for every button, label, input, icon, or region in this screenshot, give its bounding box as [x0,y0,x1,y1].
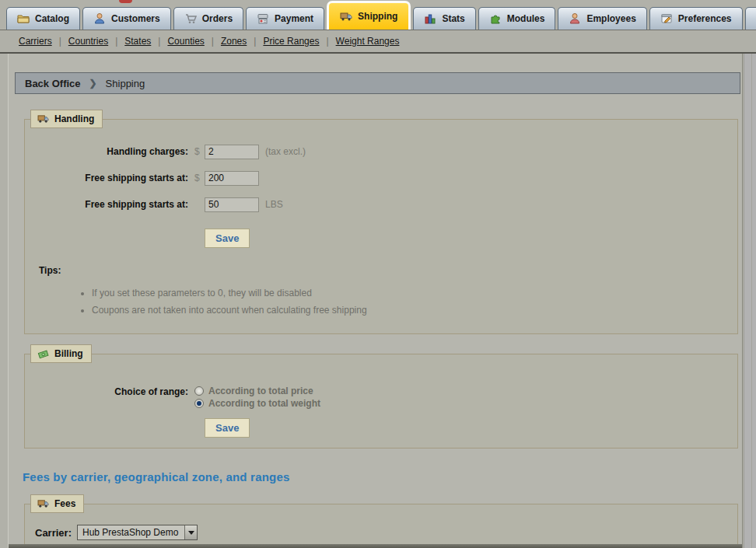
orders-icon [184,12,197,25]
submenu-item-zones[interactable]: Zones [214,36,254,47]
tab-label: Employees [586,13,635,24]
billing-fieldset: Billing Choice of range: According to to… [24,354,738,449]
employees-icon [569,12,581,25]
submenu-item-counties[interactable]: Counties [160,36,211,47]
tab-catalog[interactable]: Catalog [6,7,80,30]
radio-total-weight[interactable] [194,399,204,408]
fees-legend: Fees [30,494,84,513]
tab-employees[interactable]: Employees [558,7,646,30]
tax-excl-note: (tax excl.) [265,146,306,157]
preferences-icon [660,12,673,25]
fees-section-heading: Fees by carrier, geographical zone, and … [23,470,290,483]
tab-payment[interactable]: Payment [246,7,324,30]
option-total-weight[interactable]: According to total weight [194,398,320,409]
tip-item: If you set these parameters to 0, they w… [92,288,737,298]
breadcrumb-chevron-icon: ❯ [89,78,97,89]
tab-modules[interactable]: Modules [478,7,556,30]
submenu-item-states[interactable]: States [117,36,158,47]
choice-of-range-label: Choice of range: [25,386,188,397]
tab-label: Modules [507,13,545,24]
tab-stats[interactable]: Stats [413,7,475,30]
modules-icon [489,12,502,25]
tips-title: Tips: [39,265,737,276]
currency-prefix: $ [194,173,202,183]
clipped-bottom-edge [9,544,742,548]
money-icon [37,349,49,359]
tab-label: Customers [111,13,160,24]
truck-icon [37,499,49,509]
billing-legend: Billing [30,344,92,363]
carrier-selected-value: Hub PrestaShop Demo [82,527,184,538]
tab-orders[interactable]: Orders [173,7,243,30]
fees-fieldset: Fees Carrier: Hub PrestaShop Demo [24,504,738,548]
dropdown-arrow-icon[interactable] [184,525,197,539]
tab-tools[interactable]: Tools [745,7,756,30]
fees-legend-label: Fees [54,498,75,509]
tab-shipping[interactable]: Shipping [327,1,411,30]
option-total-price[interactable]: According to total price [194,386,320,396]
handling-charges-label: Handling charges: [25,146,188,157]
billing-save-button[interactable]: Save [205,418,250,438]
tab-label: Catalog [35,13,69,24]
content-area: Back Office ❯ Shipping Handling Handling… [8,54,743,548]
option-total-weight-label: According to total weight [208,398,320,409]
shipping-icon [340,10,352,23]
carrier-label: Carrier: [35,527,72,539]
tab-customers[interactable]: Customers [82,7,171,30]
truck-icon [37,114,49,124]
tab-label: Stats [442,13,464,24]
handling-charges-input[interactable] [205,145,259,159]
choice-of-range-row: Choice of range: According to total pric… [25,386,737,409]
submenu-item-price-ranges[interactable]: Price Ranges [256,36,326,47]
handling-legend-label: Handling [54,113,94,124]
right-edge-strip [744,54,756,548]
free-shipping-weight-row: Free shipping starts at: LBS [25,194,737,215]
submenu-item-carriers[interactable]: Carriers [12,36,59,47]
tab-preferences[interactable]: Preferences [649,7,743,30]
tip-item: Coupons are not taken into account when … [92,305,737,316]
submenu-item-weight-ranges[interactable]: Weight Ranges [329,36,407,47]
catalog-icon [17,12,30,25]
range-options: According to total price According to to… [194,386,320,409]
shipping-submenu: Carriers | Countries | States | Counties… [0,30,756,54]
tab-label: Orders [202,13,233,24]
handling-legend: Handling [30,110,103,128]
tab-label: Shipping [358,11,397,22]
customers-icon [93,12,106,25]
free-shipping-weight-label: Free shipping starts at: [25,199,188,210]
payment-icon [257,12,269,25]
free-shipping-price-input[interactable] [205,171,259,186]
tips-list: If you set these parameters to 0, they w… [92,288,737,316]
tab-label: Preferences [678,13,732,24]
free-shipping-price-row: Free shipping starts at: $ [25,168,737,188]
breadcrumb-root-link[interactable]: Back Office [25,78,81,89]
billing-legend-label: Billing [54,348,83,359]
tab-label: Payment [275,13,313,24]
currency-prefix: $ [194,146,202,157]
lbs-unit-label: LBS [265,199,283,210]
free-shipping-price-label: Free shipping starts at: [25,173,188,183]
option-total-price-label: According to total price [208,386,313,396]
main-tab-bar: Catalog Customers Orders Payment Shippin… [6,0,756,30]
carrier-row: Carrier: Hub PrestaShop Demo [35,525,737,540]
stats-icon [424,12,436,25]
radio-total-price[interactable] [194,386,204,396]
submenu-item-countries[interactable]: Countries [61,36,115,47]
handling-fieldset: Handling Handling charges: $ (tax excl.)… [24,119,738,334]
handling-save-button[interactable]: Save [205,229,250,248]
handling-charges-row: Handling charges: $ (tax excl.) [25,141,737,162]
breadcrumb: Back Office ❯ Shipping [15,72,740,94]
breadcrumb-current: Shipping [106,78,145,89]
carrier-select[interactable]: Hub PrestaShop Demo [77,525,198,540]
free-shipping-weight-input[interactable] [205,197,259,212]
